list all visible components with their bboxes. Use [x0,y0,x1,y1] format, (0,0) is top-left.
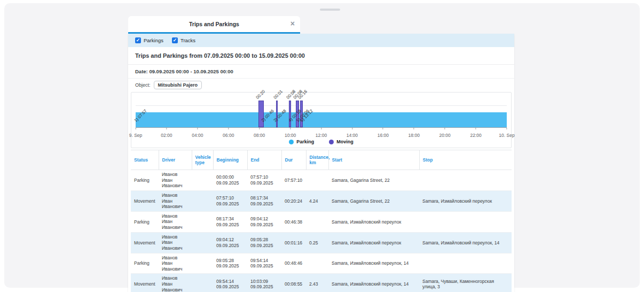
header-start[interactable]: Start [328,150,419,170]
header-stop[interactable]: Stop [419,150,512,170]
table-row[interactable]: Movement Иванов Иван Иванович 09:54:1409… [131,274,512,292]
cell-vehicle-type [192,170,213,191]
cell-dur: 00:46:38 [281,211,306,232]
cell-driver: Иванов Иван Иванович [159,274,192,292]
cell-status: Parking [131,211,159,232]
cell-status: Movement [131,190,159,211]
cell-start: Samara, Измайловский переулок, 14 [328,274,419,292]
cell-stop [419,211,512,232]
report-title: Trips and Parkings from 07.09.2025 00:00… [128,47,514,65]
axis-tick: 10. Sep [499,128,514,139]
table-row[interactable]: Movement Иванов Иван Иванович 07:57:1009… [131,190,512,211]
trips-table: Status Driver Vehicle type Beginning End… [131,150,512,292]
cell-beginning: 09:54:1409.09.2025 [213,274,247,292]
parkings-checkbox-label: Parkings [144,37,163,43]
report-date-range: Date: 09.09.2025 00:00 - 10.09.2025 00:0… [128,65,514,79]
cell-dur: 00:20:24 [281,190,306,211]
window-body: ✓ Parkings ✓ Tracks Trips and Parkings f… [128,34,514,292]
cell-start: Samara, Gagarina Street, 22 [328,170,419,191]
table-header-row: Status Driver Vehicle type Beginning End… [131,150,512,170]
cell-vehicle-type [192,190,213,211]
table-row[interactable]: Parking Иванов Иван Иванович 09:05:2809.… [131,253,512,274]
legend-parking-label: Parking [296,139,314,144]
cell-end: 09:05:2809.09.2025 [247,232,281,253]
header-beginning[interactable]: Beginning [213,150,247,170]
checkbox-checked-icon[interactable]: ✓ [172,37,178,43]
axis-tick: 10:00 [285,128,296,139]
close-icon[interactable]: × [290,20,295,27]
drag-handle[interactable] [320,9,340,11]
cell-end: 09:54:1409.09.2025 [247,253,281,274]
cell-status: Parking [131,170,159,191]
screen: Trips and Parkings × ✓ Parkings ✓ Tracks… [0,0,644,292]
cell-status: Parking [131,253,159,274]
cell-dur: 00:48:46 [281,253,306,274]
header-dur[interactable]: Dur [281,150,306,170]
tracks-checkbox[interactable]: ✓ Tracks [172,37,195,43]
cell-beginning: 08:17:3409.09.2025 [213,211,247,232]
cell-stop: Samara, Измайловский переулок [419,190,512,211]
axis-tick: 18:00 [409,128,420,139]
layers-toolbar: ✓ Parkings ✓ Tracks [128,34,514,47]
object-chip[interactable]: Mitsubishi Pajero [154,81,202,89]
cell-driver: Иванов Иван Иванович [159,253,192,274]
checkbox-checked-icon[interactable]: ✓ [135,37,141,43]
cell-beginning: 00:00:0009.09.2025 [213,170,247,191]
axis-tick: 9. Sep [129,128,143,139]
tab-bar: Trips and Parkings × [128,16,514,34]
moving-bar[interactable] [289,101,291,127]
parking-dot-icon [289,140,294,144]
time-axis: 9. Sep 02:00 04:00 06:00 08:00 10:00 12:… [136,128,507,136]
header-vehicle-type[interactable]: Vehicle type [192,150,213,170]
cell-distance [306,170,328,191]
object-row: Object: Mitsubishi Pajero [128,79,514,92]
cell-driver: Иванов Иван Иванович [159,170,192,191]
table-row[interactable]: Parking Иванов Иван Иванович 00:00:0009.… [131,170,512,191]
cell-driver: Иванов Иван Иванович [159,211,192,232]
cell-stop: Samara, Измайловский переулок, 14 [419,232,512,253]
legend-item-moving[interactable]: Moving [329,139,354,144]
cell-distance [306,253,328,274]
moving-bar[interactable] [258,101,264,127]
cell-vehicle-type [192,253,213,274]
cell-start: Samara, Измайловский переулок [328,232,419,253]
trips-and-parkings-window: Trips and Parkings × ✓ Parkings ✓ Tracks… [128,16,514,292]
cell-beginning: 09:05:2809.09.2025 [213,253,247,274]
cell-driver: Иванов Иван Иванович [159,190,192,211]
header-end[interactable]: End [247,150,281,170]
header-status[interactable]: Status [131,150,159,170]
cell-end: 10:03:0909.09.2025 [247,274,281,292]
tab-trips-and-parkings[interactable]: Trips and Parkings × [128,16,300,34]
legend-item-parking[interactable]: Parking [289,139,314,144]
axis-tick: 12:00 [316,128,327,139]
cell-end: 08:17:3409.09.2025 [247,190,281,211]
cell-start: Samara, Измайловский переулок [328,211,419,232]
cell-distance: 4.24 [306,190,328,211]
timeline-plot: 1) 07:57 2) 00:46 3) 00:48 4) 00:18 5) 0… [136,94,507,128]
axis-tick: 22:00 [470,128,481,139]
cell-dur: 00:01:16 [281,232,306,253]
cell-beginning: 09:04:1209.09.2025 [213,232,247,253]
cell-end: 09:04:1209.09.2025 [247,211,281,232]
parking-band[interactable] [136,112,507,127]
header-driver[interactable]: Driver [159,150,192,170]
cell-distance: 0.25 [306,232,328,253]
cell-stop [419,253,512,274]
cell-stop [419,170,512,191]
table-row[interactable]: Movement Иванов Иван Иванович 09:04:1209… [131,232,512,253]
cell-status: Movement [131,232,159,253]
moving-bar[interactable] [276,101,278,127]
gridline [136,105,507,106]
parkings-checkbox[interactable]: ✓ Parkings [135,37,163,43]
cell-end: 07:57:1009.09.2025 [247,170,281,191]
cell-vehicle-type [192,232,213,253]
cell-distance [306,211,328,232]
axis-tick: 16:00 [378,128,389,139]
table-row[interactable]: Parking Иванов Иван Иванович 08:17:3409.… [131,211,512,232]
cell-vehicle-type [192,211,213,232]
timeline-chart: 1) 07:57 2) 00:46 3) 00:48 4) 00:18 5) 0… [131,92,512,148]
axis-tick: 08:00 [254,128,265,139]
moving-dot-icon [329,140,334,144]
cell-dur: 00:08:55 [281,274,306,292]
header-distance[interactable]: Distance, km [306,150,328,170]
